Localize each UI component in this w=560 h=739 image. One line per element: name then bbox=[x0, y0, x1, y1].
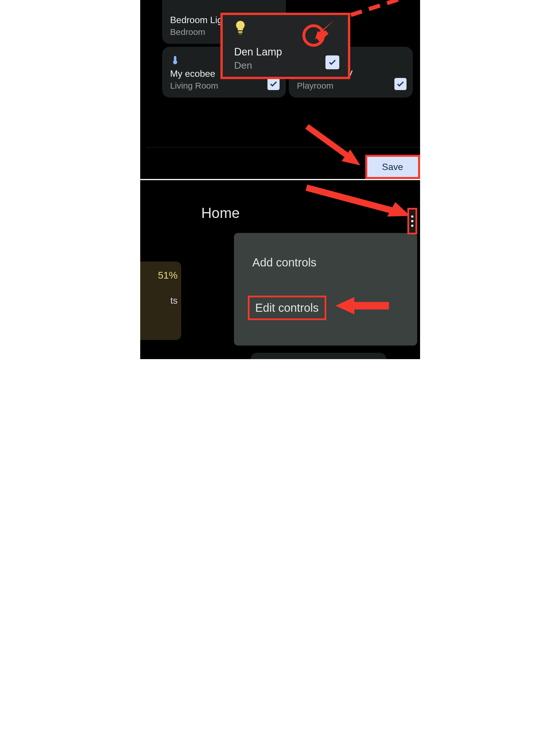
device-card-den-lamp[interactable]: Den Lamp Den bbox=[220, 13, 350, 79]
svg-rect-0 bbox=[238, 31, 242, 33]
checkbox-checked-icon[interactable] bbox=[267, 78, 279, 90]
checkbox-checked-icon[interactable] bbox=[394, 78, 406, 90]
thermo-icon bbox=[170, 55, 180, 65]
checkbox-checked-icon[interactable] bbox=[326, 55, 339, 69]
svg-rect-1 bbox=[239, 33, 242, 35]
save-button-label: Save bbox=[382, 162, 403, 172]
kebab-menu-icon[interactable] bbox=[407, 208, 417, 235]
svg-line-5 bbox=[307, 188, 393, 211]
lightbulb-icon bbox=[235, 21, 246, 35]
card-room: Playroom bbox=[297, 81, 405, 91]
svg-line-3 bbox=[307, 126, 349, 157]
card-room: Living Room bbox=[170, 81, 278, 91]
annotation-arrow-icon bbox=[310, 18, 336, 44]
card-name: Den Lamp bbox=[234, 46, 339, 58]
overflow-menu: Add controls Edit controls bbox=[234, 233, 417, 345]
annotation-arrow-icon bbox=[303, 122, 369, 171]
annotation-arrow-icon bbox=[301, 182, 416, 222]
save-button[interactable]: Save bbox=[365, 155, 420, 179]
device-card-cropped[interactable]: 51% ts bbox=[140, 262, 181, 340]
page-title: Home bbox=[201, 205, 240, 221]
menu-item-add-controls[interactable]: Add controls bbox=[248, 253, 321, 273]
annotation-arrow-icon bbox=[334, 293, 392, 319]
menu-item-edit-controls[interactable]: Edit controls bbox=[248, 296, 326, 320]
cropped-suffix: ts bbox=[140, 295, 178, 306]
svg-marker-8 bbox=[336, 297, 354, 314]
card-room: Den bbox=[234, 60, 339, 71]
percent-label: 51% bbox=[140, 270, 178, 281]
card-edge bbox=[251, 353, 386, 359]
